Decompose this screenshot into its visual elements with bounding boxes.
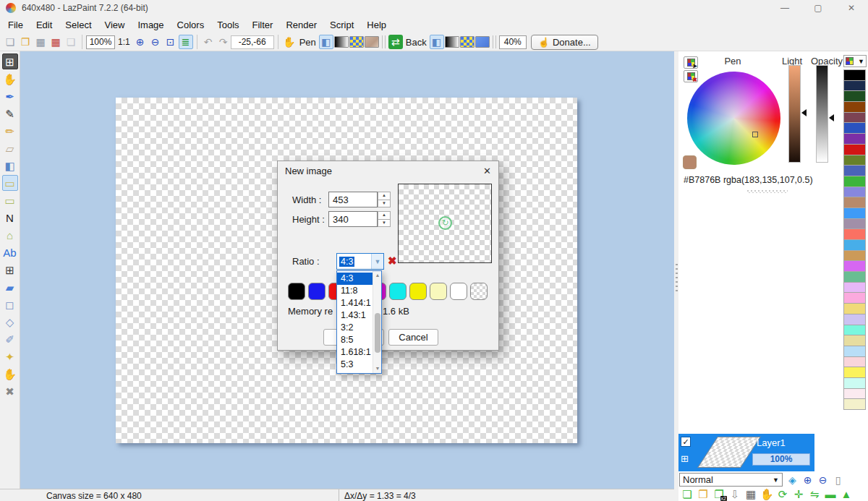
dropdown-scrollbar[interactable]: ▲ ▼	[373, 271, 381, 373]
color-swatch[interactable]	[843, 187, 866, 198]
layer-zoom-in-icon[interactable]: ⊕	[800, 473, 815, 487]
color-swatch[interactable]	[450, 283, 467, 300]
tool-polygon[interactable]: ⌂	[2, 227, 18, 243]
dialog-title-bar[interactable]: New image ✕	[278, 161, 498, 180]
color-swatch[interactable]	[843, 303, 866, 314]
color-swatch[interactable]	[843, 122, 866, 134]
clear-ratio-icon[interactable]: ✖	[388, 254, 397, 267]
color-swatch[interactable]	[308, 283, 326, 300]
undo-icon[interactable]: ↶	[201, 35, 216, 49]
color-swatch[interactable]	[843, 271, 866, 283]
tolerance-box[interactable]: 40%	[499, 35, 527, 49]
menu-render[interactable]: Render	[279, 17, 323, 33]
pen-texture-swatch[interactable]	[365, 36, 379, 48]
tool-fill[interactable]: ◧	[2, 158, 18, 174]
color-swatch[interactable]	[843, 250, 866, 262]
color-swatch[interactable]	[470, 283, 488, 300]
close-button[interactable]: ✕	[835, 0, 868, 16]
zoom-fit-icon[interactable]: ⊡	[163, 35, 178, 49]
color-swatch[interactable]	[430, 283, 447, 300]
tool-move-shape[interactable]: ▭	[2, 175, 18, 191]
layer-opacity-bar[interactable]: 100%	[752, 453, 810, 466]
chevron-down-icon[interactable]: ▼	[371, 254, 383, 269]
color-swatch[interactable]	[843, 197, 866, 208]
tool-deselect[interactable]: ✖	[2, 383, 18, 399]
layer-thumbnail[interactable]	[697, 437, 761, 468]
color-swatch[interactable]	[843, 165, 866, 176]
back-solid-swatch[interactable]	[475, 36, 490, 48]
menu-file[interactable]: File	[1, 17, 30, 33]
tool-brush[interactable]: ✏	[2, 123, 18, 139]
light-slider[interactable]	[788, 65, 801, 163]
tool-select-poly[interactable]: ◇	[2, 314, 18, 330]
layer-grid-icon[interactable]: ⊞	[681, 453, 689, 464]
palette-menu-button[interactable]: ▼	[843, 55, 867, 67]
minimize-button[interactable]: —	[768, 0, 801, 16]
cancel-button[interactable]: Cancel	[388, 329, 438, 346]
tool-select-pen[interactable]: ✐	[2, 331, 18, 347]
ratio-option[interactable]: 1.414:1	[337, 297, 373, 309]
dialog-close-icon[interactable]: ✕	[483, 166, 491, 176]
color-swatch[interactable]	[843, 346, 866, 357]
tool-eraser[interactable]: ▱	[2, 140, 18, 156]
merge-down-icon[interactable]: ⇩	[727, 487, 743, 501]
tool-perspective[interactable]: ▰	[2, 279, 18, 295]
color-swatch[interactable]	[843, 377, 866, 389]
color-swatch[interactable]	[843, 314, 866, 325]
tool-pen[interactable]: ✎	[2, 106, 18, 121]
add-layer-icon[interactable]: ❏	[679, 487, 695, 501]
menu-image[interactable]: Image	[131, 17, 170, 33]
redo-icon[interactable]: ↷	[216, 35, 231, 49]
spin-down-icon[interactable]: ▼	[378, 200, 391, 208]
panel-grip[interactable]	[747, 190, 788, 193]
save-icon[interactable]: ▦	[33, 35, 48, 49]
spin-down-icon[interactable]: ▼	[378, 219, 391, 228]
one-to-one-button[interactable]: 1:1	[118, 37, 130, 47]
layer-zoom-out-icon[interactable]: ⊖	[815, 473, 830, 487]
blend-drop-icon[interactable]: ◈	[785, 473, 800, 487]
width-input[interactable]: 453	[328, 192, 378, 207]
menu-colors[interactable]: Colors	[171, 17, 211, 33]
layer-trash-icon[interactable]: ▯	[830, 473, 846, 487]
color-swatch[interactable]	[843, 69, 866, 81]
color-swatch[interactable]	[843, 218, 866, 230]
copy-icon[interactable]: ❏	[64, 35, 78, 49]
flip-layer-icon[interactable]: ⇋	[807, 487, 822, 501]
height-input[interactable]: 340	[328, 211, 378, 227]
color-swatch[interactable]	[843, 176, 866, 187]
ratio-option[interactable]: 4:3	[337, 273, 373, 285]
maximize-button[interactable]: ▢	[801, 0, 835, 16]
ratio-option[interactable]: 1.618:1	[337, 346, 373, 359]
layer-name[interactable]: Layer1	[757, 437, 786, 448]
light-slider-marker[interactable]	[801, 109, 807, 116]
new-file-icon[interactable]: ❏	[3, 35, 17, 49]
rotate-preview-icon[interactable]: ↻	[438, 216, 452, 230]
ratio-select[interactable]: 4:3 ▼	[336, 253, 384, 270]
menu-help[interactable]: Help	[360, 17, 393, 33]
tool-select-rect[interactable]: ◻	[2, 296, 18, 312]
layers-window-icon[interactable]: ≣	[179, 35, 193, 49]
remove-from-palette-button[interactable]: ✖	[684, 70, 698, 82]
menu-tools[interactable]: Tools	[210, 17, 245, 33]
open-layer-icon[interactable]: ❐	[695, 487, 711, 501]
swap-colors-icon[interactable]: ⇄	[388, 35, 403, 49]
color-swatch[interactable]	[843, 282, 866, 294]
donate-button[interactable]: ☝ Donate...	[531, 35, 598, 50]
ratio-option[interactable]: 3:2	[337, 322, 373, 334]
color-swatch[interactable]	[843, 367, 866, 378]
color-swatch[interactable]	[843, 80, 866, 92]
color-swatch[interactable]	[389, 283, 407, 300]
tool-colorpicker[interactable]: ✒	[2, 88, 18, 104]
add-to-palette-button[interactable]: ➤	[684, 56, 698, 69]
tool-deformation-grid[interactable]: ⊞	[2, 262, 18, 278]
layer-visible-checkbox[interactable]: ✓	[681, 437, 691, 447]
zoom-value-box[interactable]: 100%	[86, 35, 115, 49]
blend-mode-select[interactable]: Normal ▼	[679, 473, 783, 487]
ratio-option[interactable]: 8:5	[337, 334, 373, 346]
tool-magic-wand[interactable]: ✦	[2, 348, 18, 364]
color-swatch[interactable]	[843, 292, 866, 304]
layer-row-selected[interactable]: ✓ ⊞ Layer1 100%	[678, 434, 814, 471]
menu-view[interactable]: View	[98, 17, 132, 33]
color-swatch[interactable]	[843, 260, 866, 272]
menu-edit[interactable]: Edit	[30, 17, 59, 33]
